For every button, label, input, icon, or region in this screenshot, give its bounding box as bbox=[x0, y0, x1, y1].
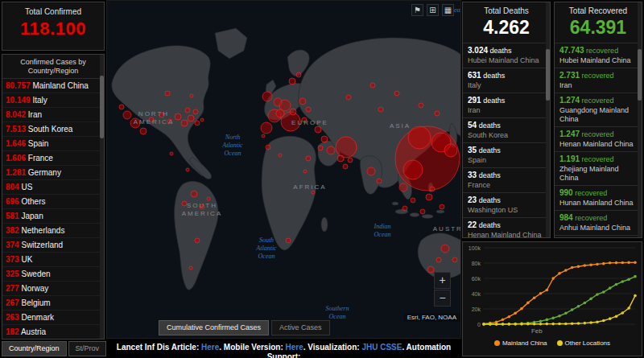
legend-item[interactable]: Other Locations bbox=[557, 339, 610, 347]
case-bubble[interactable] bbox=[337, 155, 344, 162]
stat-row[interactable]: 1.247 recoveredHenan Mainland China bbox=[555, 126, 642, 151]
lancet-article-link[interactable]: Here bbox=[201, 343, 219, 352]
case-bubble[interactable] bbox=[403, 160, 423, 179]
case-row[interactable]: 8.042 Iran bbox=[2, 108, 104, 122]
case-bubble[interactable] bbox=[306, 156, 311, 161]
case-bubble[interactable] bbox=[430, 187, 435, 191]
case-bubble[interactable] bbox=[370, 83, 375, 88]
case-bubble[interactable] bbox=[276, 109, 284, 117]
case-bubble[interactable] bbox=[318, 146, 323, 150]
case-bubble[interactable] bbox=[175, 113, 181, 120]
case-bubble[interactable] bbox=[207, 197, 210, 200]
stat-row[interactable]: 54 deathsSouth Korea bbox=[463, 117, 550, 142]
case-bubble[interactable] bbox=[123, 111, 131, 119]
zoom-out-button[interactable]: − bbox=[434, 290, 451, 307]
case-row[interactable]: 325 Sweden bbox=[2, 267, 104, 282]
case-bubble[interactable] bbox=[299, 98, 306, 105]
case-bubble[interactable] bbox=[436, 257, 441, 262]
case-bubble[interactable] bbox=[186, 168, 189, 171]
case-bubble[interactable] bbox=[266, 145, 270, 150]
case-bubble[interactable] bbox=[274, 98, 282, 106]
case-row[interactable]: 182 Austria bbox=[2, 325, 104, 339]
case-bubble[interactable] bbox=[286, 238, 291, 243]
case-bubble[interactable] bbox=[346, 95, 351, 100]
stat-row[interactable]: 1.274 recoveredGuangdong Mainland China bbox=[555, 93, 642, 126]
case-row[interactable]: 1.606 France bbox=[2, 151, 104, 166]
stat-row[interactable]: 47.743 recoveredHubei Mainland China bbox=[555, 43, 642, 68]
case-row[interactable]: 696 Others bbox=[2, 195, 104, 209]
case-bubble[interactable] bbox=[394, 91, 399, 96]
stat-row[interactable]: 23 deathsWashington US bbox=[463, 192, 550, 217]
world-map[interactable]: NORTH AMERICASOUTH AMERICAEUROPEAFRICAAS… bbox=[106, 0, 461, 339]
case-bubble[interactable] bbox=[130, 118, 140, 128]
case-bubble[interactable] bbox=[321, 136, 328, 142]
case-bubble[interactable] bbox=[191, 191, 197, 197]
case-bubble[interactable] bbox=[195, 121, 200, 126]
legend-item[interactable]: Mainland China bbox=[494, 339, 547, 347]
stat-row[interactable]: 291 deathsIran bbox=[463, 93, 550, 117]
case-bubble[interactable] bbox=[440, 204, 444, 209]
case-row[interactable]: 10.149 Italy bbox=[2, 93, 104, 108]
case-bubble[interactable] bbox=[303, 170, 307, 173]
case-bubble[interactable] bbox=[262, 134, 265, 138]
case-bubble[interactable] bbox=[185, 108, 190, 113]
case-bubble[interactable] bbox=[189, 266, 192, 270]
case-bubble[interactable] bbox=[435, 111, 440, 116]
case-row[interactable]: 1.281 Germany bbox=[2, 166, 104, 180]
case-bubble[interactable] bbox=[420, 209, 425, 214]
case-row[interactable]: 267 Belgium bbox=[2, 296, 104, 311]
case-bubble[interactable] bbox=[159, 113, 164, 117]
case-bubble[interactable] bbox=[399, 183, 407, 191]
case-bubble[interactable] bbox=[408, 126, 431, 149]
case-bubble[interactable] bbox=[261, 122, 272, 134]
case-bubble[interactable] bbox=[188, 115, 194, 121]
stat-row[interactable]: 35 deathsSpain bbox=[463, 142, 550, 167]
case-bubble[interactable] bbox=[348, 158, 353, 163]
stat-row[interactable]: 927 recoveredJiangxi Mainland China bbox=[555, 235, 642, 238]
cases-scrollbar[interactable] bbox=[100, 55, 104, 339]
case-row[interactable]: 7.513 South Korea bbox=[2, 122, 104, 137]
case-row[interactable]: 277 Norway bbox=[2, 282, 104, 296]
case-bubble[interactable] bbox=[195, 238, 200, 243]
case-row[interactable]: 263 Denmark bbox=[2, 311, 104, 325]
case-bubble[interactable] bbox=[419, 103, 423, 108]
case-bubble[interactable] bbox=[302, 117, 307, 122]
case-row[interactable]: 374 Switzerland bbox=[2, 238, 104, 253]
stat-row[interactable]: 2.731 recoveredIran bbox=[555, 68, 642, 93]
case-bubble[interactable] bbox=[306, 107, 311, 112]
case-bubble[interactable] bbox=[427, 266, 434, 273]
case-bubble[interactable] bbox=[182, 201, 187, 206]
case-bubble[interactable] bbox=[200, 204, 204, 209]
case-bubble[interactable] bbox=[343, 164, 348, 169]
tab-country-region[interactable]: Country/Region bbox=[2, 341, 67, 356]
case-bubble[interactable] bbox=[290, 109, 296, 115]
case-row[interactable]: 80.757 Mainland China bbox=[2, 79, 104, 93]
case-row[interactable]: 804 US bbox=[2, 180, 104, 195]
case-bubble[interactable] bbox=[200, 118, 204, 121]
deaths-scrollbar[interactable] bbox=[546, 2, 550, 237]
case-bubble[interactable] bbox=[426, 194, 432, 200]
stat-row[interactable]: 990 recoveredHunan Mainland China bbox=[555, 185, 642, 210]
case-bubble[interactable] bbox=[444, 144, 457, 157]
case-bubble[interactable] bbox=[193, 109, 198, 114]
jhu-csse-link[interactable]: JHU CSSE bbox=[361, 343, 402, 352]
case-bubble[interactable] bbox=[170, 152, 173, 155]
case-bubble[interactable] bbox=[377, 179, 382, 183]
bookmark-icon[interactable]: ⚑ bbox=[411, 4, 423, 16]
case-bubble[interactable] bbox=[312, 191, 315, 194]
stat-row[interactable]: 984 recoveredAnhui Mainland China bbox=[555, 210, 642, 235]
case-row[interactable]: 373 UK bbox=[2, 253, 104, 267]
case-bubble[interactable] bbox=[411, 198, 415, 203]
case-bubble[interactable] bbox=[119, 105, 124, 109]
apps-icon[interactable]: ▦ bbox=[442, 4, 454, 16]
case-row[interactable]: 1.646 Spain bbox=[2, 137, 104, 151]
case-bubble[interactable] bbox=[289, 78, 295, 84]
case-bubble[interactable] bbox=[279, 154, 282, 157]
stat-row[interactable]: 3.024 deathsHubei Mainland China bbox=[463, 43, 550, 68]
tab-cumulative-confirmed-cases[interactable]: Cumulative Confirmed Cases bbox=[159, 320, 269, 335]
zoom-in-button[interactable]: + bbox=[434, 272, 451, 289]
stat-row[interactable]: 22 deathsHenan Mainland China bbox=[463, 217, 550, 238]
case-bubble[interactable] bbox=[336, 137, 357, 158]
mobile-version-link[interactable]: Here bbox=[286, 343, 303, 352]
case-bubble[interactable] bbox=[181, 120, 188, 126]
